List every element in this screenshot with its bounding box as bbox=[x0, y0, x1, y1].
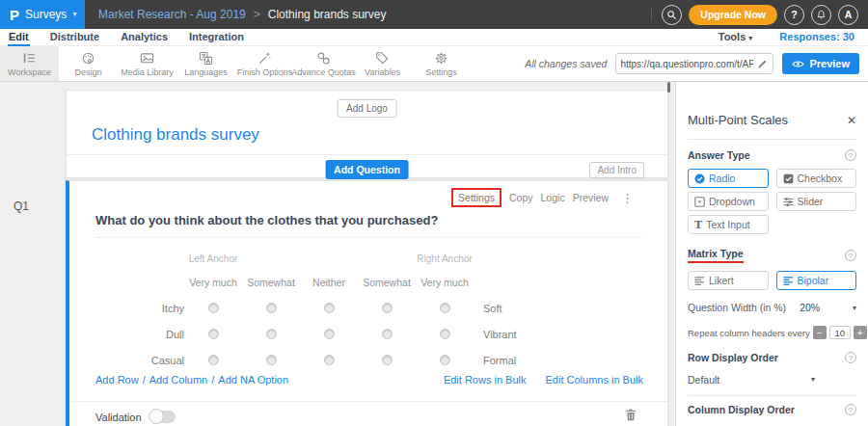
add-na-option-link[interactable]: Add NA Option bbox=[218, 374, 288, 386]
toolbar-item-settings[interactable]: Settings bbox=[412, 46, 471, 81]
workspace-icon bbox=[22, 51, 37, 66]
toolbar-item-advance-quotas[interactable]: Advance Quotas bbox=[294, 46, 353, 81]
radio-icon bbox=[694, 173, 705, 184]
radio-button[interactable] bbox=[440, 303, 450, 313]
matrix-type-likert[interactable]: Likert bbox=[688, 271, 769, 290]
scrollbar-thumb[interactable] bbox=[667, 82, 670, 93]
toolbar-item-variables[interactable]: Variables bbox=[353, 46, 412, 81]
radio-button[interactable] bbox=[440, 355, 450, 365]
matrix-type-bipolar[interactable]: Bipolar bbox=[776, 271, 857, 290]
survey-editor-canvas: Q1 Add Logo Clothing brands survey Add Q… bbox=[0, 82, 675, 426]
breadcrumb-current: Clothing brands survey bbox=[268, 8, 387, 21]
toolbar-item-finish-options[interactable]: Finish Options bbox=[235, 46, 294, 81]
row-right-label: Vibrant bbox=[483, 329, 517, 340]
breadcrumb-parent[interactable]: Market Research - Aug 2019 bbox=[98, 8, 246, 21]
radio-button[interactable] bbox=[324, 355, 335, 365]
row-display-order-label: Row Display Order bbox=[688, 352, 778, 363]
surveys-product-menu[interactable]: P Surveys ▾ bbox=[0, 0, 85, 29]
help-icon[interactable]: ? bbox=[845, 352, 856, 363]
eye-icon bbox=[792, 60, 804, 68]
tab-edit[interactable]: Edit bbox=[8, 29, 30, 46]
question-preview-button[interactable]: Preview bbox=[573, 192, 609, 203]
radio-button[interactable] bbox=[208, 329, 219, 339]
question-settings-button[interactable]: Settings bbox=[451, 188, 502, 207]
top-bar: P Surveys ▾ Market Research - Aug 2019 >… bbox=[0, 0, 868, 29]
product-menu-label: Surveys bbox=[25, 8, 67, 21]
question-number-label: Q1 bbox=[14, 200, 29, 213]
caret-down-icon[interactable]: ▾ bbox=[853, 304, 856, 312]
validation-toggle[interactable] bbox=[149, 411, 176, 423]
survey-toolbar: Workspace Design Media Library bbox=[0, 46, 868, 82]
repeat-headers-row: Repeat column headers every − + rows. bbox=[688, 326, 856, 339]
radio-button[interactable] bbox=[324, 329, 335, 339]
caret-down-icon: ▾ bbox=[72, 11, 76, 18]
edit-url-button[interactable] bbox=[757, 59, 768, 69]
help-icon[interactable]: ? bbox=[845, 149, 856, 161]
minus-icon[interactable]: − bbox=[813, 326, 827, 339]
matrix-type-label: Matrix Type bbox=[688, 248, 744, 263]
search-button[interactable] bbox=[662, 5, 682, 25]
preview-button[interactable]: Preview bbox=[782, 53, 859, 74]
column-header: Neither bbox=[312, 277, 345, 288]
toolbar-item-media-library[interactable]: Media Library bbox=[118, 46, 176, 81]
survey-url-input[interactable] bbox=[616, 59, 757, 69]
repeat-rows-input[interactable] bbox=[829, 326, 851, 339]
close-icon[interactable]: ✕ bbox=[847, 114, 856, 127]
edit-rows-bulk-link[interactable]: Edit Rows in Bulk bbox=[444, 374, 527, 386]
tools-menu[interactable]: Tools ▾ bbox=[719, 31, 753, 42]
answer-type-checkbox[interactable]: Checkbox bbox=[776, 169, 857, 188]
radio-button[interactable] bbox=[208, 303, 219, 313]
responses-count[interactable]: Responses: 30 bbox=[779, 31, 854, 42]
answer-type-radio[interactable]: Radio bbox=[688, 169, 769, 188]
answer-type-text-input[interactable]: T Text Input bbox=[688, 215, 769, 234]
kebab-menu-icon[interactable]: ⋮ bbox=[621, 192, 634, 204]
tag-icon bbox=[375, 51, 390, 66]
question-width-value[interactable]: 20% bbox=[800, 302, 820, 313]
add-question-button[interactable]: Add Question bbox=[325, 160, 409, 179]
edit-columns-bulk-link[interactable]: Edit Columns in Bulk bbox=[546, 374, 644, 386]
radio-button[interactable] bbox=[208, 355, 219, 365]
upgrade-now-button[interactable]: Upgrade Now bbox=[689, 5, 777, 25]
add-intro-button[interactable]: Add Intro bbox=[589, 162, 644, 178]
radio-button[interactable] bbox=[266, 355, 277, 365]
survey-title[interactable]: Clothing brands survey bbox=[92, 125, 259, 145]
radio-button[interactable] bbox=[266, 303, 277, 313]
radio-button[interactable] bbox=[382, 329, 393, 339]
validation-row: Validation bbox=[95, 411, 176, 423]
toolbar-item-languages[interactable]: Languages bbox=[176, 46, 235, 81]
text-input-icon: T bbox=[694, 220, 702, 230]
radio-button[interactable] bbox=[382, 303, 393, 313]
palette-icon bbox=[81, 51, 95, 66]
answer-type-slider[interactable]: Slider bbox=[776, 192, 857, 211]
help-icon[interactable]: ? bbox=[845, 404, 856, 415]
radio-button[interactable] bbox=[382, 355, 393, 365]
row-display-order-select[interactable]: Default ▾ bbox=[688, 374, 815, 386]
row-left-label: Casual bbox=[95, 355, 184, 366]
help-button[interactable]: ? bbox=[784, 5, 804, 25]
slider-icon bbox=[783, 197, 794, 207]
delete-question-button[interactable] bbox=[625, 409, 637, 421]
questionpro-logo-icon: P bbox=[10, 7, 19, 23]
radio-button[interactable] bbox=[324, 303, 335, 313]
add-column-link[interactable]: Add Column bbox=[149, 374, 208, 386]
tab-distribute[interactable]: Distribute bbox=[49, 29, 100, 44]
tab-integration[interactable]: Integration bbox=[188, 29, 245, 44]
answer-type-dropdown[interactable]: Dropdown bbox=[688, 192, 769, 211]
help-icon[interactable]: ? bbox=[845, 250, 856, 261]
question-text[interactable]: What do you think about the clothes that… bbox=[95, 213, 438, 227]
radio-button[interactable] bbox=[266, 329, 277, 339]
add-row-link[interactable]: Add Row bbox=[95, 374, 139, 386]
divider bbox=[69, 401, 667, 402]
left-anchor-label: Left Anchor bbox=[189, 253, 238, 264]
breadcrumb: Market Research - Aug 2019 > Clothing br… bbox=[98, 8, 387, 21]
add-logo-button[interactable]: Add Logo bbox=[337, 99, 397, 118]
plus-icon[interactable]: + bbox=[854, 326, 867, 339]
tab-analytics[interactable]: Analytics bbox=[120, 29, 169, 44]
radio-button[interactable] bbox=[440, 329, 450, 339]
notifications-button[interactable] bbox=[811, 5, 831, 25]
toolbar-item-workspace[interactable]: Workspace bbox=[0, 46, 59, 81]
question-logic-button[interactable]: Logic bbox=[541, 192, 565, 203]
question-copy-button[interactable]: Copy bbox=[509, 192, 533, 203]
toolbar-item-design[interactable]: Design bbox=[59, 46, 118, 81]
avatar[interactable]: A bbox=[838, 5, 858, 25]
